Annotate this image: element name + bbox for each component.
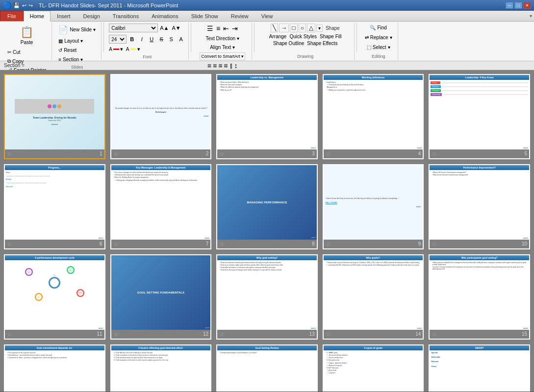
align-right-button[interactable]: ≡ <box>218 62 222 70</box>
select-dropdown[interactable]: ▾ <box>388 45 390 50</box>
slide-star[interactable]: ☆ <box>7 331 12 338</box>
clear-formatting-button[interactable]: A <box>177 35 185 44</box>
shadow-button[interactable]: S <box>167 35 176 44</box>
slide-thumb[interactable]: 3 types of goals • 1. SMART goals• - Str… <box>323 344 424 392</box>
tab-transitions[interactable]: Transitions <box>106 11 145 21</box>
quick-access-redo[interactable]: ↪ <box>28 2 33 9</box>
increase-indent-button[interactable]: ⇥ <box>231 24 239 33</box>
slide-star[interactable]: ☆ <box>219 241 225 247</box>
slide-thumb[interactable]: " the greater danger for most of us is n… <box>110 74 212 159</box>
minimize-button[interactable]: ─ <box>506 2 513 9</box>
align-center-button[interactable]: ≡ <box>213 62 217 70</box>
replace-button[interactable]: ⇄ Replace ▾ <box>362 33 395 42</box>
align-text-button[interactable]: Align Text ▾ <box>209 44 236 51</box>
slide-thumb[interactable]: Working definitions • Leadership is:• - … <box>323 74 424 159</box>
slide-thumb[interactable]: A performance development cycle Plan Do … <box>4 254 105 340</box>
text-direction-button[interactable]: Text Direction ▾ <box>204 35 240 42</box>
decrease-indent-button[interactable]: ⇤ <box>222 24 230 33</box>
new-slide-dropdown-icon[interactable]: ▾ <box>93 27 96 32</box>
quick-access-save[interactable]: 💾 <box>13 2 20 9</box>
reset-button[interactable]: ↺ Reset <box>56 46 98 54</box>
slide-thumb[interactable]: Why goal setting? • Goals focus attentio… <box>216 254 318 340</box>
tab-animations[interactable]: Animations <box>145 11 184 21</box>
line-tool[interactable]: ╲ <box>271 24 278 32</box>
shapes-more[interactable]: ▾ <box>316 24 323 32</box>
font-size-select[interactable]: 24 <box>109 35 127 44</box>
section-dropdown-icon[interactable]: ▾ <box>80 57 83 62</box>
tab-view[interactable]: View <box>255 11 280 21</box>
triangle-tool[interactable]: △ <box>307 24 315 32</box>
oval-tool[interactable]: ○ <box>299 24 306 32</box>
shape-outline-button[interactable]: Shape Outline <box>273 41 304 46</box>
slide-star[interactable]: ☆ <box>113 241 119 247</box>
slide-thumb[interactable]: Why goals?- • "Goals provide a sense of … <box>323 254 424 340</box>
slide-thumb[interactable]: Leadership- 4 Key Areas Focus Structure … <box>429 74 530 159</box>
slide-thumb[interactable]: 4 factors effecting goal-directed effort… <box>110 344 212 392</box>
slide-star[interactable]: ☆ <box>432 150 437 157</box>
slide-star[interactable]: ☆ <box>7 241 12 247</box>
select-button[interactable]: ⬚ Select ▾ <box>364 43 393 51</box>
layout-button[interactable]: ▦ Layout ▾ <box>56 37 98 45</box>
slide-star[interactable]: ☆ <box>7 150 12 157</box>
bold-button[interactable]: B <box>127 35 136 44</box>
convert-smartart-button[interactable]: Convert to SmartArt ▾ <box>200 52 245 60</box>
quick-access-undo[interactable]: ↩ <box>22 2 26 9</box>
numbered-list-button[interactable]: ≡ <box>215 24 221 33</box>
slide-star[interactable]: ☆ <box>432 241 437 247</box>
highlight-dropdown[interactable]: ▾ <box>137 46 140 52</box>
bullets-button[interactable]: ☰ <box>206 24 214 33</box>
cut-button[interactable]: ✂ Cut <box>5 48 49 56</box>
slide-star[interactable]: ☆ <box>219 150 225 157</box>
tab-review[interactable]: Review <box>225 11 255 21</box>
shape-fill-button[interactable]: Shape Fill <box>320 34 341 39</box>
font-size-decrease-icon[interactable]: A▼ <box>171 24 181 32</box>
slide-star[interactable]: ☆ <box>326 331 331 338</box>
slides-area[interactable]: Team Leadership- Driving for Results Sep… <box>0 70 534 392</box>
tab-home[interactable]: Home <box>24 11 51 22</box>
italic-button[interactable]: I <box>137 35 146 44</box>
layout-dropdown-icon[interactable]: ▾ <box>80 38 83 44</box>
columns-button[interactable]: ⫿ <box>229 62 233 70</box>
tab-slideshow[interactable]: Slide Show <box>185 11 225 21</box>
line-spacing-button[interactable]: ↕ <box>234 62 238 70</box>
font-name-select[interactable]: Calibri <box>109 24 158 32</box>
slide-thumb[interactable]: GOAL SETTING FUNDAMENTALS ozzurri ☆12 <box>110 254 212 340</box>
slide-thumb[interactable]: Progress... Steps Happen when a leader h… <box>4 164 105 249</box>
strikethrough-button[interactable]: S <box>157 35 166 44</box>
font-color-dropdown[interactable]: ▾ <box>120 46 123 52</box>
tab-insert[interactable]: Insert <box>51 11 77 21</box>
quick-styles-button[interactable]: Quick Styles <box>289 34 317 39</box>
rect-tool[interactable]: □ <box>290 24 297 32</box>
underline-button[interactable]: U <box>147 35 156 44</box>
new-slide-button[interactable]: 📄 New Slide ▾ <box>56 24 98 36</box>
paste-button[interactable]: 📋 Paste <box>17 24 37 48</box>
slide-thumb[interactable]: Key Messages- Leadership & Management • … <box>110 164 212 249</box>
section-button[interactable]: ≡ Section ▾ <box>56 55 98 64</box>
slide-star[interactable]: ☆ <box>113 150 119 157</box>
slide-thumb[interactable]: Goal Setting Review • Fundamental princi… <box>216 344 318 392</box>
slide-star[interactable]: ☆ <box>326 241 331 247</box>
font-size-increase-icon[interactable]: A▲ <box>159 24 170 32</box>
justify-button[interactable]: ≡ <box>224 62 228 70</box>
slide-star[interactable]: ☆ <box>326 150 331 157</box>
arrow-tool[interactable]: → <box>279 24 289 32</box>
find-button[interactable]: 🔍 Find <box>367 24 389 32</box>
close-button[interactable]: ✕ <box>523 2 531 9</box>
slide-thumb[interactable]: Why participative goal setting? • When g… <box>429 254 530 340</box>
shape-effects-button[interactable]: Shape Effects <box>307 41 337 46</box>
slide-star[interactable]: ☆ <box>432 331 437 338</box>
tab-file[interactable]: File <box>0 11 24 21</box>
slide-thumb[interactable]: SMART Specific ... Achievable ... Releva… <box>429 344 530 392</box>
slide-thumb[interactable]: 'I don't know the key to success, but th… <box>323 164 424 249</box>
tab-design[interactable]: Design <box>77 11 106 21</box>
slide-thumb[interactable]: Performance Improvement? • What is the f… <box>429 164 530 249</box>
slide-star[interactable]: ☆ <box>113 331 119 338</box>
replace-dropdown[interactable]: ▾ <box>390 35 392 40</box>
align-left-button[interactable]: ≡ <box>207 62 211 70</box>
slide-thumb[interactable]: MANAGING PERFORMANCE ozzurri ☆8 <box>216 164 318 249</box>
restore-button[interactable]: □ <box>514 2 522 9</box>
slide-thumb[interactable]: Goal commitment depends on: • The import… <box>4 344 105 392</box>
slide-thumb[interactable]: Leadership vs. Management • Name your gr… <box>216 74 318 159</box>
ribbon-minimize-icon[interactable]: ▾ <box>530 13 532 19</box>
slide-star[interactable]: ☆ <box>219 331 225 338</box>
